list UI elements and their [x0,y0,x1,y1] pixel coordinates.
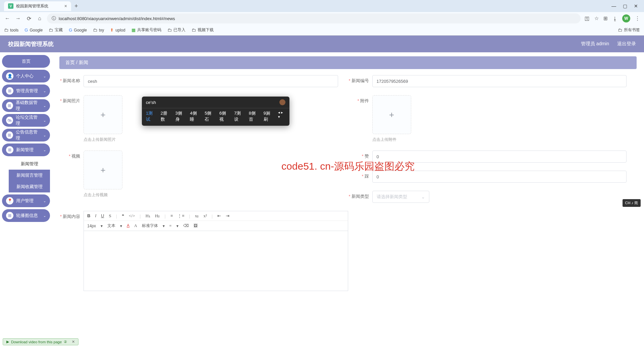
bookmark-item[interactable]: ▦共享账号密码 [131,27,161,33]
back-button[interactable]: ← [4,15,11,21]
sidebar-item-basedata[interactable]: ⊞ 基础数据管理 ⌄ [2,99,50,112]
reload-button[interactable]: ⟳ [25,15,32,22]
ime-candidate[interactable]: 7测设 [234,110,244,122]
font-family-select[interactable]: 标准字体 [142,223,158,229]
submenu-news-comment[interactable]: 新闻留言管理 [9,170,50,181]
align-button[interactable]: ≡ [169,223,172,228]
close-icon[interactable]: × [64,3,67,9]
chevron-down-icon: ⌄ [43,119,46,122]
breadcrumb: 首页 / 新闻 [59,56,637,69]
ime-candidate[interactable]: 2册数 [161,110,171,122]
lang-badge[interactable]: CH ♪ 简 [623,199,641,207]
site-info-icon[interactable]: ⓘ [52,15,56,21]
browser-tab[interactable]: V 校园新闻管理系统 × [4,1,71,11]
folder-icon: 🗀 [618,27,622,33]
download-banner[interactable]: ▶ Download video from this page ② ✕ [3,338,78,345]
bgcolor-button[interactable]: A [134,223,137,228]
editor-body[interactable] [84,231,348,291]
ime-candidate[interactable]: 5侧石 [205,110,215,122]
sidebar-item-profile[interactable]: 👤 个人中心 ⌄ [2,70,50,82]
font-size-select[interactable]: 14px [87,224,96,228]
breadcrumb-home[interactable]: 首页 [65,60,75,65]
upload-video[interactable]: + [84,151,122,189]
logout-link[interactable]: 退出登录 [617,41,636,47]
upload-attachment-hint: 点击上传附件 [372,137,627,142]
ime-candidate[interactable]: 6侧视 [219,110,229,122]
upload-photo[interactable]: + [84,95,122,134]
ime-emoji-icon[interactable] [279,99,285,105]
download-icon[interactable]: ⭳ [612,16,618,21]
sidebar-item-admin[interactable]: ⊞ 管理员管理 ⌄ [2,84,50,97]
bookmark-item[interactable]: 🗀已导入 [167,27,185,33]
bookmark-item[interactable]: ⬆uplod [110,27,125,33]
ime-candidate[interactable]: 3侧身 [175,110,185,122]
code-button[interactable]: </> [129,213,135,219]
upload-attachment[interactable]: + [372,95,411,134]
chevron-down-icon: ▾ [120,224,122,228]
dislike-input[interactable] [372,171,627,183]
ime-nav[interactable]: ◂ ▸ ▾ [278,110,285,122]
label-news-photo: 新闻照片 [59,95,84,104]
sidebar-home[interactable]: 首页 [2,55,50,68]
sidebar-item-user[interactable]: 📍 用户管理 ⌄ [2,194,50,207]
forward-button[interactable]: → [15,15,21,21]
ime-candidate[interactable]: 8侧首 [249,110,259,122]
app-header: 校园新闻管理系统 管理员 admin 退出登录 [0,36,644,52]
ime-candidate[interactable]: 1测试 [146,110,156,122]
superscript-button[interactable]: x² [203,213,207,219]
password-icon[interactable]: ⚿ [585,16,590,21]
strike-button[interactable]: S [109,213,111,219]
minimize-button[interactable]: — [611,3,616,9]
profile-badge[interactable]: W [622,14,630,22]
upload-video-hint: 点击上传视频 [84,192,338,198]
indent-button[interactable]: ⇤ [217,213,221,219]
news-type-select[interactable]: 请选择新闻类型 ⌄ [372,191,429,203]
ime-candidate[interactable]: 9厕刷 [264,110,274,122]
user-label[interactable]: 管理员 admin [581,41,609,47]
clear-button[interactable]: ⌫ [183,223,189,228]
submenu-news-manage[interactable]: 新闻管理 [9,158,50,170]
editor-toolbar: B I U S | ❝ </> | H₁ H₂ | ≡ ⋮≡ [84,211,348,221]
extensions-icon[interactable]: ⊞ [603,15,608,21]
h2-button[interactable]: H₂ [155,213,160,219]
sidebar-item-carousel[interactable]: ⊞ 轮播图信息 ⌄ [2,209,50,222]
font-type-select[interactable]: 文本 [107,223,115,229]
outdent-button[interactable]: ⇥ [226,213,229,219]
h1-button[interactable]: H₁ [146,213,150,219]
bold-button[interactable]: B [87,213,90,219]
sidebar-item-announce[interactable]: ⊞ 公告信息管理 ⌄ [2,129,50,141]
sidebar-item-news[interactable]: ⊞ 新闻管理 ⌄ [2,143,50,156]
all-bookmarks[interactable]: 🗀所有书签 [618,27,640,33]
close-window-button[interactable]: ✕ [634,3,638,9]
bookmark-item[interactable]: 🗀视频下载 [192,27,214,33]
bookmark-item[interactable]: 🗀宝藏 [49,27,63,33]
sidebar-item-forum[interactable]: 🛍 论坛交流管理 ⌄ [2,114,50,127]
like-input[interactable] [372,151,627,163]
home-button[interactable]: ⌂ [36,15,43,21]
list-bullet-button[interactable]: ⋮≡ [177,213,184,219]
quote-button[interactable]: ❝ [122,213,124,219]
menu-icon[interactable]: ⋮ [635,15,640,21]
bookmark-item[interactable]: 🗀txy [93,27,104,33]
bookmark-item[interactable]: GGoogle [69,27,87,33]
bookmark-item[interactable]: GGoogle [24,27,43,33]
new-tab-button[interactable]: + [74,3,78,10]
maximize-button[interactable]: ▢ [623,3,627,9]
italic-button[interactable]: I [95,213,96,219]
chevron-down-icon: ⌄ [43,89,46,93]
image-button[interactable]: 🖼 [194,223,198,228]
underline-button[interactable]: U [101,213,104,219]
list-ordered-button[interactable]: ≡ [170,213,173,219]
color-button[interactable]: A [127,223,129,228]
subscript-button[interactable]: x₂ [195,213,199,219]
grid-icon: ⊞ [6,212,13,219]
close-icon[interactable]: ✕ [72,340,75,344]
news-name-input[interactable] [84,75,338,87]
sidebar-item-label: 基础数据管理 [16,100,41,112]
url-box[interactable]: ⓘ localhost:8080/xiaoyuanxinwen/admin/di… [47,13,581,23]
news-code-input[interactable] [372,75,627,87]
submenu-news-favorite[interactable]: 新闻收藏管理 [9,181,50,192]
bookmark-star-icon[interactable]: ☆ [594,15,599,21]
bookmark-item[interactable]: 🗀tools [4,27,18,33]
ime-candidate[interactable]: 4侧睡 [190,110,200,122]
